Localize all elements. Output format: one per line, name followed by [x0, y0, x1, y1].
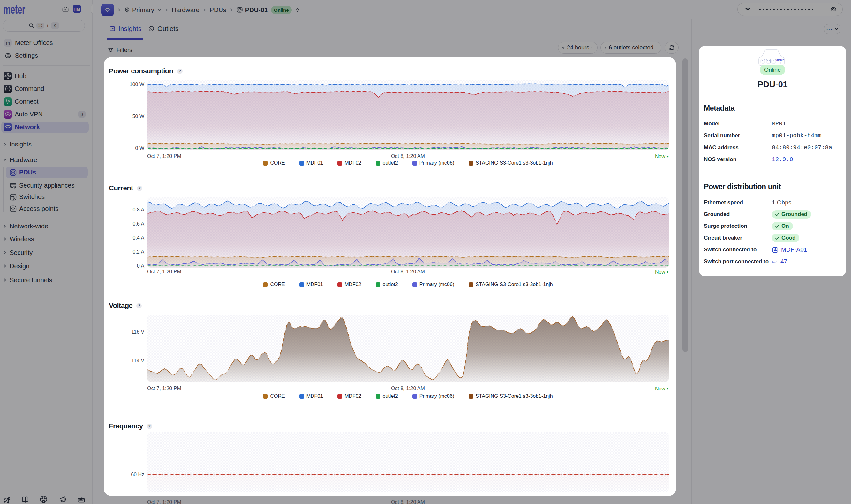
svg-text:meter: meter — [776, 58, 784, 61]
